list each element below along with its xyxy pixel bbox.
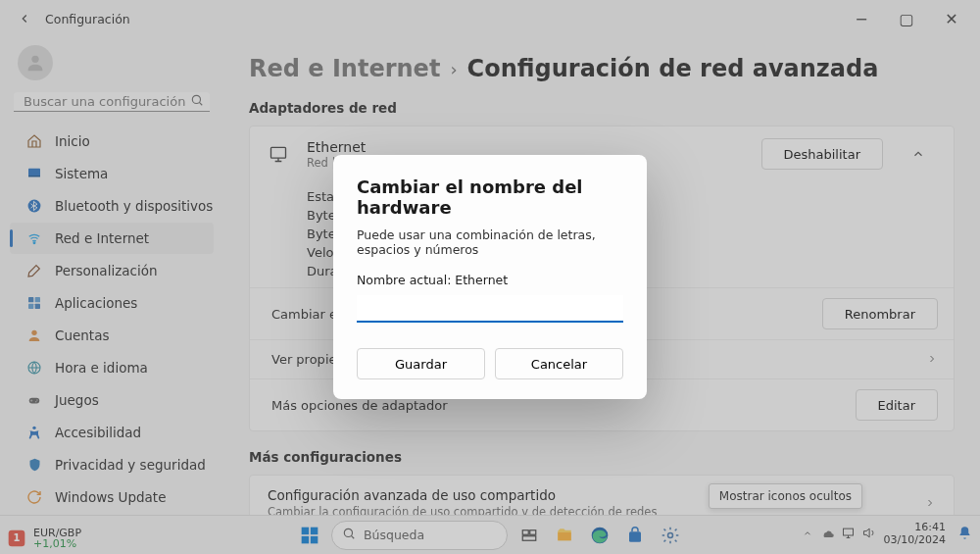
dialog-title: Cambiar el nombre del hardware	[357, 176, 623, 218]
modal-overlay: Cambiar el nombre del hardware Puede usa…	[0, 0, 980, 554]
dialog-description: Puede usar una combinación de letras, es…	[357, 227, 623, 257]
save-button[interactable]: Guardar	[357, 348, 485, 379]
cancel-button[interactable]: Cancelar	[495, 348, 623, 379]
rename-hardware-dialog: Cambiar el nombre del hardware Puede usa…	[333, 155, 647, 399]
dialog-current-name: Nombre actual: Ethernet	[357, 273, 623, 287]
hardware-name-input[interactable]	[357, 295, 623, 323]
